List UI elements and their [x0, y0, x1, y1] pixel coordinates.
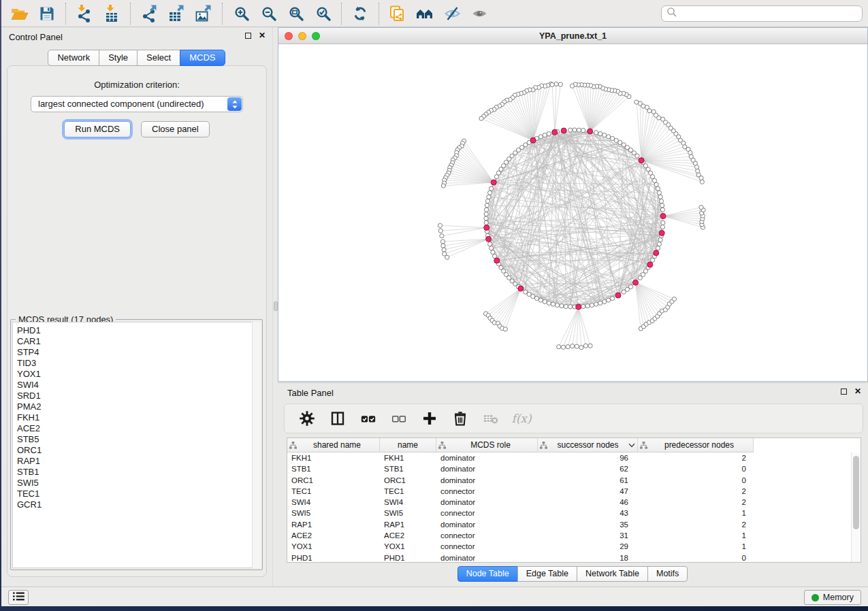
memory-button[interactable]: Memory — [804, 590, 861, 605]
cell-successor-nodes[interactable]: 46 — [538, 497, 638, 508]
hide-selected-button[interactable] — [438, 3, 466, 24]
mcds-result-item[interactable]: STB1 — [17, 467, 260, 478]
cell-MCDS-role[interactable]: dominator — [436, 452, 538, 463]
network-graph-svg[interactable] — [278, 45, 867, 381]
open-file-button[interactable] — [6, 3, 33, 24]
cell-shared-name[interactable]: TEC1 — [287, 486, 380, 497]
mcds-result-item[interactable]: PMA2 — [17, 401, 260, 412]
run-mcds-button[interactable]: Run MCDS — [64, 121, 131, 137]
new-network-from-selection-button[interactable] — [384, 3, 411, 24]
cell-name[interactable]: RAP1 — [380, 519, 436, 530]
mcds-result-item[interactable]: ACE2 — [17, 423, 260, 434]
cell-name[interactable]: TEC1 — [380, 486, 436, 497]
table-row[interactable]: ACE2ACE2connector311 — [287, 530, 861, 541]
tab-mcds[interactable]: MCDS — [180, 50, 225, 66]
mcds-result-scrollbar[interactable] — [252, 322, 261, 568]
zoom-window-icon[interactable] — [312, 32, 320, 40]
table-scrollbar[interactable] — [851, 452, 861, 562]
cell-MCDS-role[interactable]: connector — [436, 541, 538, 552]
tab-network[interactable]: Network — [48, 50, 99, 66]
tab-motifs[interactable]: Motifs — [647, 566, 688, 582]
mcds-result-item[interactable]: ORC1 — [17, 445, 260, 456]
table-row[interactable]: TEC1TEC1connector472 — [287, 486, 861, 497]
mcds-result-item[interactable]: YOX1 — [17, 369, 260, 380]
cell-name[interactable]: FKH1 — [380, 452, 436, 463]
mcds-result-item[interactable]: STP4 — [17, 347, 260, 358]
column-header-MCDS-role[interactable]: MCDS role — [436, 438, 538, 452]
search-input[interactable] — [681, 9, 857, 18]
cell-name[interactable]: PHD1 — [380, 552, 436, 563]
table-row[interactable]: ORC1ORC1dominator610 — [287, 475, 861, 486]
float-panel-icon[interactable] — [841, 389, 847, 395]
import-network-button[interactable] — [71, 3, 98, 24]
tab-node-table[interactable]: Node Table — [457, 566, 518, 582]
cell-MCDS-role[interactable]: dominator — [436, 552, 538, 563]
cell-name[interactable]: SWI5 — [380, 508, 436, 518]
cell-MCDS-role[interactable]: dominator — [436, 519, 538, 530]
table-row[interactable]: RAP1RAP1dominator352 — [287, 519, 861, 530]
zoom-out-button[interactable] — [255, 3, 282, 24]
deselect-all-button[interactable] — [391, 410, 407, 427]
save-session-button[interactable] — [33, 3, 61, 24]
close-panel-icon[interactable]: ✕ — [854, 388, 861, 395]
mcds-result-item[interactable]: SWI4 — [17, 380, 260, 391]
cell-MCDS-role[interactable]: dominator — [436, 463, 538, 474]
cell-MCDS-role[interactable]: connector — [436, 508, 538, 518]
cell-MCDS-role[interactable]: dominator — [436, 475, 538, 486]
cell-shared-name[interactable]: STB1 — [287, 463, 380, 474]
tab-select[interactable]: Select — [137, 50, 180, 66]
minimize-window-icon[interactable] — [298, 32, 306, 40]
mcds-result-item[interactable]: SRD1 — [17, 391, 260, 401]
table-row[interactable]: SWI4SWI4dominator462 — [287, 497, 861, 508]
close-window-icon[interactable] — [285, 32, 293, 40]
column-header-shared-name[interactable]: shared name — [287, 438, 380, 452]
network-graph[interactable] — [278, 45, 867, 381]
cell-predecessor-nodes[interactable]: 2 — [638, 497, 754, 508]
cell-successor-nodes[interactable]: 35 — [538, 519, 638, 530]
column-header-successor-nodes[interactable]: successor nodes — [538, 438, 638, 452]
tab-network-table[interactable]: Network Table — [577, 566, 648, 582]
cell-name[interactable]: YOX1 — [380, 541, 436, 552]
cell-name[interactable]: ACE2 — [380, 530, 436, 541]
zoom-selected-button[interactable] — [309, 3, 336, 24]
export-table-button[interactable] — [163, 3, 190, 24]
table-row[interactable]: PHD1PHD1dominator180 — [287, 552, 861, 563]
tab-edge-table[interactable]: Edge Table — [517, 566, 577, 582]
cell-MCDS-role[interactable]: connector — [436, 486, 538, 497]
column-selector-button[interactable] — [329, 410, 346, 427]
cell-successor-nodes[interactable]: 62 — [538, 463, 638, 474]
cell-predecessor-nodes[interactable]: 2 — [638, 452, 754, 463]
apply-layout-button[interactable] — [347, 3, 374, 24]
cell-shared-name[interactable]: YOX1 — [287, 541, 380, 552]
show-panels-button[interactable] — [8, 590, 29, 605]
cell-name[interactable]: SWI4 — [380, 497, 436, 508]
cell-shared-name[interactable]: PHD1 — [287, 552, 380, 563]
mcds-result-item[interactable]: TEC1 — [17, 489, 260, 499]
mcds-result-item[interactable]: PHD1 — [17, 325, 260, 336]
cell-successor-nodes[interactable]: 43 — [538, 508, 638, 518]
show-all-button[interactable] — [466, 3, 493, 24]
float-panel-icon[interactable] — [245, 33, 251, 39]
settings-button[interactable] — [299, 410, 315, 427]
cell-successor-nodes[interactable]: 31 — [538, 530, 638, 541]
cell-shared-name[interactable]: SWI5 — [287, 508, 380, 518]
cell-name[interactable]: ORC1 — [380, 475, 436, 486]
cell-predecessor-nodes[interactable]: 1 — [638, 508, 754, 518]
cell-shared-name[interactable]: ACE2 — [287, 530, 380, 541]
cell-successor-nodes[interactable]: 18 — [538, 552, 638, 563]
column-header-predecessor-nodes[interactable]: predecessor nodes — [638, 438, 754, 452]
cell-predecessor-nodes[interactable]: 0 — [638, 552, 754, 563]
mcds-result-item[interactable]: RAP1 — [17, 456, 260, 467]
table-row[interactable]: FKH1FKH1dominator962 — [287, 452, 861, 463]
mcds-result-item[interactable]: FKH1 — [17, 412, 260, 423]
cell-predecessor-nodes[interactable]: 0 — [638, 463, 754, 474]
cell-successor-nodes[interactable]: 96 — [538, 452, 638, 463]
zoom-fit-button[interactable] — [282, 3, 309, 24]
cell-predecessor-nodes[interactable]: 1 — [638, 530, 754, 541]
export-image-button[interactable] — [190, 3, 217, 24]
optimization-criterion-select[interactable]: largest connected component (undirected) — [31, 96, 243, 112]
column-header-name[interactable]: name — [380, 438, 436, 452]
cell-name[interactable]: STB1 — [380, 463, 436, 474]
table-scrollbar-thumb[interactable] — [853, 456, 859, 529]
table-row[interactable]: YOX1YOX1connector291 — [287, 541, 861, 552]
